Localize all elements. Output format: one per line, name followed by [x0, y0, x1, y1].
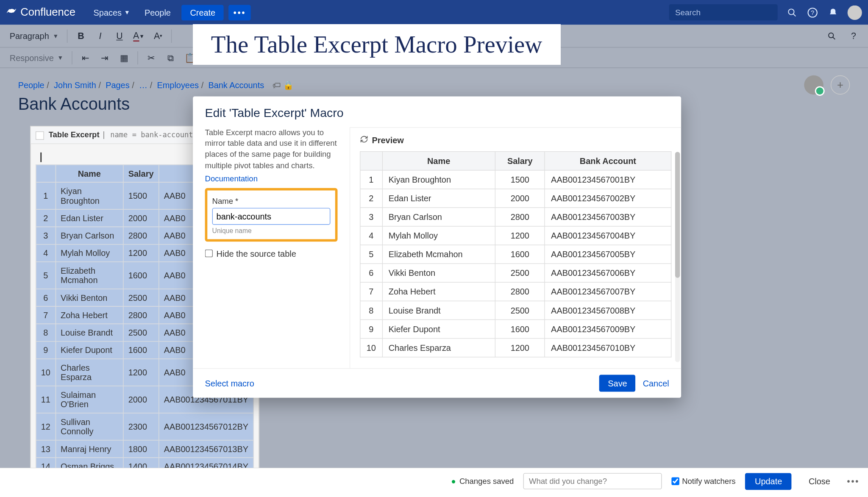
- name-field-highlight: Name * Unique name: [205, 188, 338, 242]
- cancel-button[interactable]: Cancel: [643, 378, 669, 388]
- editor-bottom-bar: ● Changes saved Notify watchers Update C…: [0, 468, 868, 494]
- chevron-down-icon: ▼: [124, 9, 130, 16]
- nav-spaces[interactable]: Spaces▼: [86, 0, 137, 25]
- more-button[interactable]: •••: [228, 5, 250, 20]
- search-input[interactable]: [669, 4, 778, 20]
- user-avatar[interactable]: [848, 5, 862, 19]
- table-row: 1Kiyan Broughton1500AAB001234567001BY: [360, 170, 671, 189]
- table-row: 4Mylah Molloy1200AAB001234567004BY: [360, 226, 671, 245]
- lock-icon[interactable]: 🔒: [283, 80, 293, 90]
- edit-macro-dialog: Edit 'Table Excerpt' Macro Table Excerpt…: [193, 97, 681, 398]
- version-comment-input[interactable]: [523, 473, 662, 489]
- table-row: 12Sullivan Connolly2300AAB001234567012BY: [36, 413, 253, 440]
- documentation-link[interactable]: Documentation: [205, 174, 258, 183]
- collaborator-avatar[interactable]: [804, 75, 823, 95]
- select-macro-link[interactable]: Select macro: [205, 378, 254, 388]
- name-label: Name *: [212, 196, 331, 205]
- table-row: 7Zoha Hebert2800AAB001234567007BY: [360, 282, 671, 301]
- breadcrumb-people[interactable]: People: [18, 80, 45, 90]
- name-input[interactable]: [212, 208, 331, 225]
- hide-source-checkbox-input[interactable]: [205, 250, 213, 257]
- brand-logo[interactable]: Confluence: [6, 6, 75, 19]
- brand-text: Confluence: [20, 6, 75, 19]
- notify-watchers-input[interactable]: [672, 477, 679, 485]
- breadcrumb-employees[interactable]: Employees: [157, 80, 199, 90]
- check-icon: ●: [451, 477, 456, 486]
- topnav: Confluence Spaces▼ People Create ••• ?: [0, 0, 868, 25]
- table-row: 5Elizabeth Mcmahon1600AAB001234567005BY: [360, 245, 671, 264]
- help-icon[interactable]: ?: [807, 6, 818, 18]
- preview-table: Name Salary Bank Account 1Kiyan Broughto…: [360, 151, 671, 357]
- create-button[interactable]: Create: [181, 5, 224, 20]
- breadcrumb-user[interactable]: John Smith: [54, 80, 96, 90]
- save-button[interactable]: Save: [599, 375, 635, 392]
- breadcrumb-ellipsis[interactable]: …: [139, 80, 147, 90]
- dialog-title: Edit 'Table Excerpt' Macro: [193, 97, 681, 128]
- label-icon[interactable]: 🏷: [273, 80, 281, 90]
- macro-name: Table Excerpt: [49, 130, 100, 139]
- table-row: 6Vikki Benton2500AAB001234567006BY: [360, 264, 671, 282]
- changes-saved-indicator: ● Changes saved: [451, 477, 514, 486]
- notify-watchers-checkbox[interactable]: Notify watchers: [672, 477, 736, 486]
- demo-title-overlay: The Table Excerpt Macro Preview: [193, 24, 560, 64]
- table-row: 8Louise Brandt2500AAB001234567008BY: [360, 301, 671, 319]
- update-button[interactable]: Update: [745, 473, 792, 490]
- table-row: 9Kiefer Dupont1600AAB001234567009BY: [360, 319, 671, 338]
- nav-people[interactable]: People: [137, 0, 178, 25]
- macro-description: Table Excerpt macro allows you to mirror…: [205, 127, 338, 171]
- breadcrumbs: People/ John Smith/ Pages/ …/ Employees/…: [18, 80, 850, 90]
- hide-source-label: Hide the source table: [217, 249, 296, 258]
- breadcrumb-pages[interactable]: Pages: [106, 80, 129, 90]
- breadcrumb-bank-accounts[interactable]: Bank Accounts: [208, 80, 264, 90]
- search-icon[interactable]: [786, 6, 798, 18]
- more-actions-button[interactable]: •••: [847, 476, 860, 486]
- text-cursor: [40, 152, 42, 162]
- table-row: 2Edan Lister2000AAB001234567002BY: [360, 189, 671, 208]
- preview-scrollbar[interactable]: [675, 152, 680, 362]
- add-collaborator-button[interactable]: +: [831, 75, 850, 95]
- refresh-icon[interactable]: [360, 135, 368, 145]
- name-hint: Unique name: [212, 227, 331, 234]
- confluence-icon: [6, 6, 20, 19]
- svg-line-1: [793, 14, 796, 16]
- close-button[interactable]: Close: [801, 473, 837, 490]
- svg-text:?: ?: [811, 8, 814, 16]
- notify-watchers-label: Notify watchers: [682, 477, 735, 486]
- table-row: 3Bryan Carlson2800AAB001234567003BY: [360, 208, 671, 226]
- table-row: 10Charles Esparza1200AAB001234567010BY: [360, 339, 671, 357]
- hide-source-checkbox[interactable]: Hide the source table: [205, 249, 338, 258]
- preview-heading: Preview: [360, 135, 671, 145]
- table-row: 13Manraj Henry1800AAB001234567013BY: [36, 440, 253, 457]
- macro-icon: [36, 131, 44, 139]
- svg-point-0: [788, 9, 794, 14]
- notifications-icon[interactable]: [827, 6, 839, 18]
